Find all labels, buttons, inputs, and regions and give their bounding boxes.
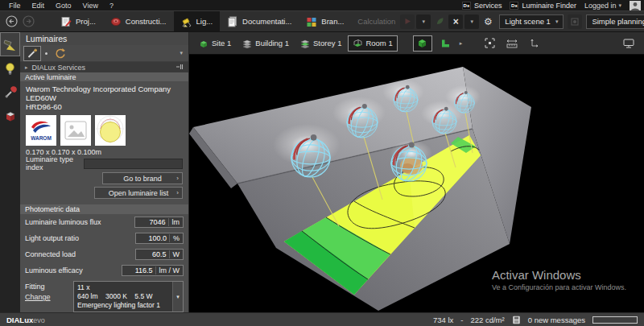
storey-icon bbox=[300, 39, 310, 48]
project-icon bbox=[60, 16, 72, 27]
view-3d-button[interactable] bbox=[413, 35, 432, 52]
view-plan-button[interactable] bbox=[436, 35, 455, 52]
efficacy-field[interactable]: 116.5 bbox=[122, 266, 156, 274]
menu-goto[interactable]: Goto bbox=[50, 2, 77, 10]
active-luminaire-info: Warom Technology Incorporated Company LE… bbox=[20, 81, 188, 113]
polar-diagram-thumbnail[interactable] bbox=[95, 115, 126, 146]
brand-suffix: evo bbox=[33, 316, 45, 324]
open-luminaire-list-label: Open luminaire list bbox=[109, 189, 169, 197]
measure-horizontal-button[interactable] bbox=[502, 35, 522, 52]
tab-project[interactable]: Proj... bbox=[53, 11, 103, 31]
connected-load-field[interactable]: 60.5 bbox=[136, 250, 170, 258]
planning-mode-value: Simple planning bbox=[592, 17, 644, 26]
messages-status[interactable]: 0 new messages bbox=[528, 316, 585, 324]
change-fitting-link[interactable]: Change bbox=[25, 293, 51, 301]
luminance-value: 222 cd/m² bbox=[470, 316, 504, 324]
viewport-3d: Site 1 Building 1 Stor bbox=[189, 32, 644, 312]
brand-logo-thumbnail[interactable]: WAROM bbox=[26, 115, 56, 146]
unit-label: lm bbox=[169, 218, 184, 226]
bulb-icon bbox=[4, 62, 16, 76]
panel-toolbar-dropdown[interactable]: ▾ bbox=[180, 50, 185, 56]
sidebar-item-furniture[interactable] bbox=[0, 105, 20, 129]
zoom-fit-button[interactable] bbox=[480, 35, 499, 52]
zoom-fit-icon bbox=[485, 38, 495, 48]
menu-view[interactable]: View bbox=[77, 2, 104, 10]
type-index-input[interactable] bbox=[84, 159, 183, 169]
chevron-down-icon: ▾ bbox=[471, 19, 474, 25]
breadcrumb-label: Storey 1 bbox=[313, 39, 341, 47]
unit-label: % bbox=[170, 234, 183, 242]
view-more-chevron[interactable]: ▸ bbox=[457, 40, 465, 47]
luminaire-model: LED60W bbox=[26, 93, 183, 102]
breadcrumb-storey[interactable]: Storey 1 bbox=[295, 35, 346, 52]
refresh-icon bbox=[55, 47, 66, 59]
illuminance-value: 734 lx bbox=[433, 316, 453, 324]
spotlight-icon bbox=[3, 38, 17, 52]
monitor-icon bbox=[623, 39, 634, 48]
sidebar-item-maintenance[interactable] bbox=[0, 80, 20, 105]
back-button[interactable] bbox=[6, 15, 18, 27]
image-placeholder-icon bbox=[60, 115, 91, 146]
fitting-dropdown-arrow[interactable]: ▾ bbox=[172, 282, 183, 312]
logged-in-menu[interactable]: Logged in ▾ bbox=[584, 2, 621, 10]
active-luminaire-header: Active luminaire bbox=[20, 72, 188, 82]
luminous-flux-field[interactable]: 7046 bbox=[135, 218, 169, 226]
ruler-vertical-icon bbox=[530, 39, 539, 48]
output-ratio-field[interactable]: 100.0 bbox=[136, 234, 170, 242]
go-to-brand-button[interactable]: Go to brand › bbox=[102, 172, 183, 184]
room-icon bbox=[353, 39, 362, 48]
settings-gear-button[interactable]: ⚙ bbox=[481, 14, 495, 29]
3d-scene[interactable] bbox=[189, 55, 644, 312]
panel-toolbar: ▾ bbox=[20, 45, 188, 62]
tab-documentation[interactable]: Documentati... bbox=[220, 11, 299, 31]
main-toolbar: Proj... Constructi... Lig... bbox=[0, 10, 644, 32]
menu-help[interactable]: ? bbox=[104, 2, 119, 10]
sidebar-item-light-scenes[interactable] bbox=[0, 56, 20, 80]
luminaire-finder-button[interactable]: Dx Luminaire Finder bbox=[510, 2, 576, 10]
fitting-emergency-factor: Emergency lighting factor 1 bbox=[77, 301, 169, 310]
calculation-options-dropdown[interactable]: ▾ bbox=[416, 14, 431, 29]
start-calculation-button[interactable] bbox=[400, 14, 415, 29]
scene-icon bbox=[571, 18, 579, 26]
breadcrumb-room[interactable]: Room 1 bbox=[348, 35, 397, 52]
menu-edit[interactable]: Edit bbox=[27, 2, 51, 10]
play-icon bbox=[404, 18, 411, 25]
tab-construction[interactable]: Constructi... bbox=[103, 11, 174, 31]
light-scene-select[interactable]: Light scene 1 ▾ bbox=[499, 14, 564, 29]
avatar[interactable] bbox=[630, 1, 641, 10]
open-luminaire-list-button[interactable]: Open luminaire list › bbox=[94, 187, 183, 199]
construction-icon bbox=[110, 16, 122, 27]
tab-brands[interactable]: Bran... bbox=[299, 11, 351, 31]
breadcrumb-label: Room 1 bbox=[365, 39, 392, 47]
measure-vertical-button[interactable] bbox=[525, 35, 544, 52]
forward-button[interactable] bbox=[23, 15, 35, 27]
manufacturer-name: Warom Technology Incorporated Company bbox=[26, 85, 183, 93]
dialux-services-label: DIALux Services bbox=[32, 64, 86, 72]
dock-pin-icon[interactable] bbox=[175, 64, 184, 72]
planning-mode-select[interactable]: Simple planning ▾ bbox=[586, 14, 644, 29]
dialux-services-section[interactable]: ▸ DIALux Services bbox=[20, 62, 188, 72]
breadcrumb-label: Site 1 bbox=[212, 39, 231, 47]
display-options-button[interactable] bbox=[619, 35, 638, 52]
luminaire-wizard-button[interactable] bbox=[23, 46, 41, 61]
fitting-selector[interactable]: 11 x 640 lm 3000 K 5.5 W Emergency light… bbox=[73, 281, 184, 312]
sidebar-item-luminaires[interactable] bbox=[0, 32, 20, 56]
cancel-options-dropdown[interactable]: ▾ bbox=[464, 14, 479, 29]
light-scene-edit-button[interactable] bbox=[568, 14, 582, 29]
photometric-label: Connected load bbox=[25, 250, 135, 258]
fitting-row: Fitting Change 11 x 640 lm 3000 K 5.5 W … bbox=[20, 281, 188, 312]
photometric-row-luminous-flux: Luminaire luminous flux 7046lm bbox=[20, 216, 188, 229]
photo-placeholder-thumbnail[interactable] bbox=[60, 115, 91, 146]
photometric-label: Luminaire luminous flux bbox=[25, 218, 134, 226]
cancel-calculation-button[interactable]: × bbox=[448, 14, 463, 29]
menu-file[interactable]: File bbox=[3, 2, 27, 10]
brands-icon bbox=[306, 16, 317, 27]
fitting-count: 11 x bbox=[77, 283, 169, 292]
save-status-icon[interactable] bbox=[512, 316, 521, 324]
tab-light[interactable]: Lig... bbox=[174, 11, 221, 31]
cube-3d-icon bbox=[417, 38, 427, 48]
swap-luminaire-button[interactable] bbox=[52, 46, 69, 61]
services-button[interactable]: Dx Services bbox=[462, 2, 502, 10]
breadcrumb-building[interactable]: Building 1 bbox=[237, 35, 294, 52]
breadcrumb-site[interactable]: Site 1 bbox=[194, 35, 236, 52]
